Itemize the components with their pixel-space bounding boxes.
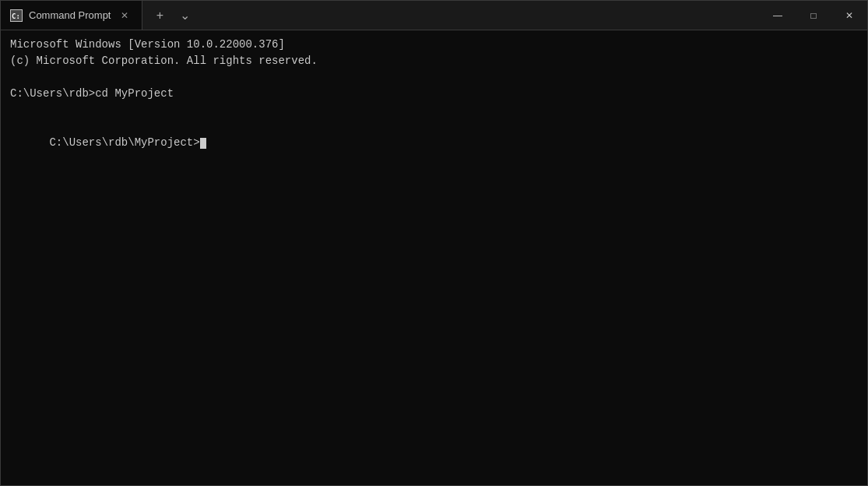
- terminal-line-3: [10, 69, 858, 86]
- close-button[interactable]: ✕: [831, 1, 867, 30]
- cursor: [200, 138, 206, 149]
- active-tab[interactable]: C: Command Prompt ✕: [1, 1, 142, 30]
- terminal-line-1: Microsoft Windows [Version 10.0.22000.37…: [10, 37, 858, 53]
- tab-controls: + ⌄: [142, 1, 202, 30]
- window: C: Command Prompt ✕ + ⌄ — □ ✕ Microsoft …: [0, 0, 868, 486]
- terminal-line-2: (c) Microsoft Corporation. All rights re…: [10, 53, 858, 69]
- terminal-content[interactable]: Microsoft Windows [Version 10.0.22000.37…: [1, 30, 867, 485]
- tab-label: Command Prompt: [29, 9, 111, 21]
- tab-dropdown-button[interactable]: ⌄: [174, 5, 195, 26]
- cmd-icon: C:: [10, 9, 23, 22]
- terminal-line-4: C:\Users\rdb>cd MyProject: [10, 86, 858, 102]
- maximize-button[interactable]: □: [796, 1, 831, 30]
- minimize-button[interactable]: —: [760, 1, 796, 30]
- terminal-prompt: C:\Users\rdb\MyProject>: [49, 136, 199, 149]
- tab-close-button[interactable]: ✕: [117, 8, 132, 23]
- terminal-line-5: [10, 102, 858, 118]
- new-tab-button[interactable]: +: [149, 5, 170, 26]
- terminal-line-6: C:\Users\rdb\MyProject>: [10, 118, 858, 167]
- window-controls: — □ ✕: [760, 1, 867, 30]
- title-bar: C: Command Prompt ✕ + ⌄ — □ ✕: [1, 1, 867, 30]
- tab-area: C: Command Prompt ✕ + ⌄: [1, 1, 760, 30]
- svg-text:C:: C:: [12, 12, 20, 20]
